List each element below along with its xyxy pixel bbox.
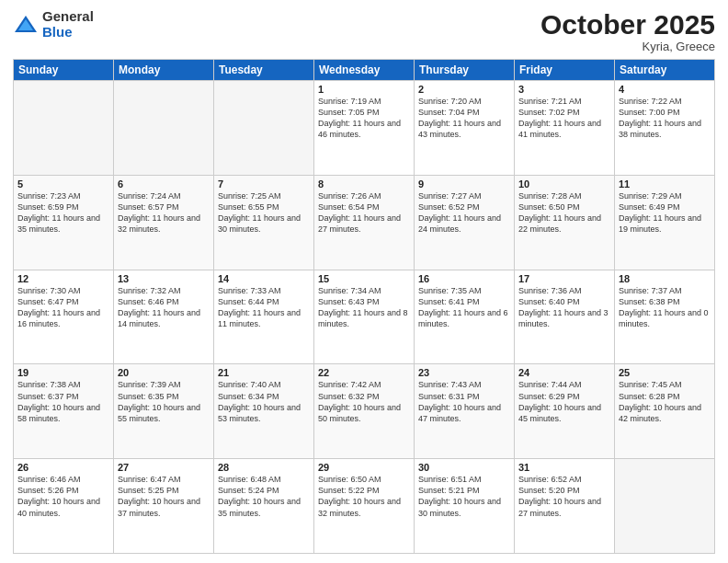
day-info: Sunrise: 7:32 AMSunset: 6:46 PMDaylight:… [118, 285, 210, 330]
calendar-cell: 1Sunrise: 7:19 AMSunset: 7:05 PMDaylight… [314, 81, 415, 176]
calendar-cell: 19Sunrise: 7:38 AMSunset: 6:37 PMDayligh… [14, 364, 114, 459]
day-number: 10 [518, 178, 610, 190]
logo: General Blue [13, 9, 94, 40]
day-info: Sunrise: 7:29 AMSunset: 6:49 PMDaylight:… [619, 190, 711, 236]
calendar-week-2: 5Sunrise: 7:23 AMSunset: 6:59 PMDaylight… [14, 175, 715, 270]
day-info: Sunrise: 7:40 AMSunset: 6:34 PMDaylight:… [218, 379, 310, 424]
day-number: 4 [619, 84, 711, 95]
day-info: Sunrise: 7:22 AMSunset: 7:00 PMDaylight:… [619, 96, 711, 141]
day-info: Sunrise: 7:26 AMSunset: 6:54 PMDaylight:… [318, 190, 410, 236]
day-info: Sunrise: 7:19 AMSunset: 7:05 PMDaylight:… [318, 96, 410, 141]
day-number: 6 [118, 178, 210, 190]
day-number: 17 [518, 273, 610, 284]
day-info: Sunrise: 7:25 AMSunset: 6:55 PMDaylight:… [218, 190, 310, 236]
header-sunday: Sunday [14, 60, 114, 81]
day-number: 15 [318, 273, 410, 284]
calendar-cell: 12Sunrise: 7:30 AMSunset: 6:47 PMDayligh… [14, 270, 114, 364]
header-row: Sunday Monday Tuesday Wednesday Thursday… [14, 60, 715, 81]
calendar-cell: 3Sunrise: 7:21 AMSunset: 7:02 PMDaylight… [515, 81, 615, 176]
day-info: Sunrise: 7:45 AMSunset: 6:28 PMDaylight:… [619, 379, 711, 424]
day-number: 7 [218, 178, 310, 190]
day-info: Sunrise: 7:20 AMSunset: 7:04 PMDaylight:… [418, 96, 510, 141]
day-info: Sunrise: 7:28 AMSunset: 6:50 PMDaylight:… [518, 190, 610, 236]
calendar-cell: 2Sunrise: 7:20 AMSunset: 7:04 PMDaylight… [415, 81, 515, 176]
day-info: Sunrise: 6:47 AMSunset: 5:25 PMDaylight:… [118, 474, 210, 519]
day-number: 28 [218, 462, 310, 473]
day-number: 26 [17, 462, 109, 473]
day-number: 8 [318, 178, 410, 190]
day-info: Sunrise: 6:48 AMSunset: 5:24 PMDaylight:… [218, 474, 310, 519]
day-number: 19 [17, 367, 109, 378]
calendar-cell: 5Sunrise: 7:23 AMSunset: 6:59 PMDaylight… [14, 175, 114, 270]
day-info: Sunrise: 7:23 AMSunset: 6:59 PMDaylight:… [17, 190, 109, 236]
day-info: Sunrise: 6:46 AMSunset: 5:26 PMDaylight:… [17, 474, 109, 519]
header-wednesday: Wednesday [314, 60, 415, 81]
calendar-cell: 24Sunrise: 7:44 AMSunset: 6:29 PMDayligh… [515, 364, 615, 459]
day-info: Sunrise: 7:27 AMSunset: 6:52 PMDaylight:… [418, 190, 510, 236]
header-saturday: Saturday [615, 60, 715, 81]
calendar-cell: 17Sunrise: 7:36 AMSunset: 6:40 PMDayligh… [515, 270, 615, 364]
calendar-cell [14, 81, 114, 176]
day-number: 23 [418, 367, 510, 378]
calendar-cell: 25Sunrise: 7:45 AMSunset: 6:28 PMDayligh… [615, 364, 715, 459]
day-number: 30 [418, 462, 510, 473]
logo-text: General Blue [42, 9, 94, 40]
day-info: Sunrise: 7:42 AMSunset: 6:32 PMDaylight:… [318, 379, 410, 424]
calendar-cell: 6Sunrise: 7:24 AMSunset: 6:57 PMDaylight… [114, 175, 214, 270]
day-number: 11 [619, 178, 711, 190]
calendar-cell: 7Sunrise: 7:25 AMSunset: 6:55 PMDaylight… [214, 175, 314, 270]
calendar-cell: 26Sunrise: 6:46 AMSunset: 5:26 PMDayligh… [14, 459, 114, 554]
header-tuesday: Tuesday [214, 60, 314, 81]
day-number: 3 [518, 84, 610, 95]
day-number: 5 [17, 178, 109, 190]
logo-general: General [42, 9, 94, 25]
calendar-cell: 22Sunrise: 7:42 AMSunset: 6:32 PMDayligh… [314, 364, 415, 459]
calendar-cell: 9Sunrise: 7:27 AMSunset: 6:52 PMDaylight… [415, 175, 515, 270]
location-subtitle: Kyria, Greece [540, 40, 715, 53]
day-number: 20 [118, 367, 210, 378]
day-number: 31 [518, 462, 610, 473]
logo-icon [13, 12, 39, 38]
day-info: Sunrise: 7:33 AMSunset: 6:44 PMDaylight:… [218, 285, 310, 330]
day-info: Sunrise: 6:52 AMSunset: 5:20 PMDaylight:… [518, 474, 610, 519]
calendar-cell: 16Sunrise: 7:35 AMSunset: 6:41 PMDayligh… [415, 270, 515, 364]
calendar-cell [214, 81, 314, 176]
calendar-cell: 4Sunrise: 7:22 AMSunset: 7:00 PMDaylight… [615, 81, 715, 176]
calendar-cell: 29Sunrise: 6:50 AMSunset: 5:22 PMDayligh… [314, 459, 415, 554]
day-info: Sunrise: 7:44 AMSunset: 6:29 PMDaylight:… [518, 379, 610, 424]
logo-blue: Blue [42, 25, 94, 40]
calendar-cell [114, 81, 214, 176]
header-thursday: Thursday [415, 60, 515, 81]
calendar-cell: 8Sunrise: 7:26 AMSunset: 6:54 PMDaylight… [314, 175, 415, 270]
calendar-cell: 30Sunrise: 6:51 AMSunset: 5:21 PMDayligh… [415, 459, 515, 554]
calendar-cell: 11Sunrise: 7:29 AMSunset: 6:49 PMDayligh… [615, 175, 715, 270]
day-number: 25 [619, 367, 711, 378]
day-number: 29 [318, 462, 410, 473]
day-info: Sunrise: 7:43 AMSunset: 6:31 PMDaylight:… [418, 379, 510, 424]
calendar-cell [615, 459, 715, 554]
day-number: 14 [218, 273, 310, 284]
calendar-cell: 23Sunrise: 7:43 AMSunset: 6:31 PMDayligh… [415, 364, 515, 459]
calendar-header: Sunday Monday Tuesday Wednesday Thursday… [14, 60, 715, 81]
day-info: Sunrise: 7:36 AMSunset: 6:40 PMDaylight:… [518, 285, 610, 330]
calendar-week-1: 1Sunrise: 7:19 AMSunset: 7:05 PMDaylight… [14, 81, 715, 176]
day-number: 12 [17, 273, 109, 284]
day-info: Sunrise: 7:24 AMSunset: 6:57 PMDaylight:… [118, 190, 210, 236]
day-number: 27 [118, 462, 210, 473]
day-info: Sunrise: 7:38 AMSunset: 6:37 PMDaylight:… [17, 379, 109, 424]
day-info: Sunrise: 7:34 AMSunset: 6:43 PMDaylight:… [318, 285, 410, 330]
calendar-cell: 27Sunrise: 6:47 AMSunset: 5:25 PMDayligh… [114, 459, 214, 554]
header-friday: Friday [515, 60, 615, 81]
calendar-cell: 10Sunrise: 7:28 AMSunset: 6:50 PMDayligh… [515, 175, 615, 270]
calendar-cell: 31Sunrise: 6:52 AMSunset: 5:20 PMDayligh… [515, 459, 615, 554]
calendar-week-3: 12Sunrise: 7:30 AMSunset: 6:47 PMDayligh… [14, 270, 715, 364]
day-number: 9 [418, 178, 510, 190]
calendar-cell: 21Sunrise: 7:40 AMSunset: 6:34 PMDayligh… [214, 364, 314, 459]
calendar-cell: 28Sunrise: 6:48 AMSunset: 5:24 PMDayligh… [214, 459, 314, 554]
calendar-cell: 18Sunrise: 7:37 AMSunset: 6:38 PMDayligh… [615, 270, 715, 364]
day-number: 16 [418, 273, 510, 284]
calendar-cell: 15Sunrise: 7:34 AMSunset: 6:43 PMDayligh… [314, 270, 415, 364]
calendar-table: Sunday Monday Tuesday Wednesday Thursday… [13, 59, 715, 554]
day-number: 2 [418, 84, 510, 95]
calendar-cell: 14Sunrise: 7:33 AMSunset: 6:44 PMDayligh… [214, 270, 314, 364]
